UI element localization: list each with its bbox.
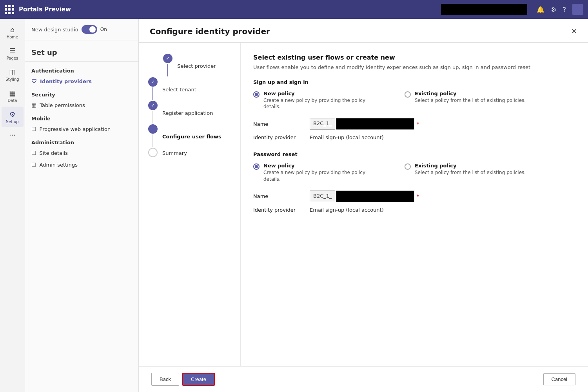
avatar[interactable] xyxy=(572,4,583,15)
step-label-select-provider: Select provider xyxy=(177,62,216,69)
sidebar-item-pwa[interactable]: ☐ Progressive web application xyxy=(25,123,138,135)
sign-up-existing-policy-desc: Select a policy from the list of existin… xyxy=(415,97,526,104)
setup-divider xyxy=(25,61,138,62)
design-studio-toggle[interactable] xyxy=(82,25,97,34)
sign-up-ip-label: Identity provider xyxy=(253,134,300,140)
password-reset-name-required: * xyxy=(417,193,419,200)
styling-icon: ◫ xyxy=(9,68,16,76)
password-reset-existing-policy-radio[interactable] xyxy=(405,163,411,170)
create-button[interactable]: Create xyxy=(182,373,215,386)
password-reset-existing-policy-desc: Select a policy from the list of existin… xyxy=(415,169,526,176)
search-box[interactable] xyxy=(441,4,527,15)
mobile-section: Mobile xyxy=(25,111,138,123)
dialog-close-button[interactable]: ✕ xyxy=(571,27,577,36)
sign-up-radio-group: New policy Create a new policy by provid… xyxy=(253,91,575,111)
sidebar-item-table-permissions[interactable]: ▦ Table permissions xyxy=(25,99,138,111)
sign-up-name-required: * xyxy=(417,121,419,127)
sign-up-existing-policy-option[interactable]: Existing policy Select a policy from the… xyxy=(405,91,526,111)
wizard-steps: ✓ Select provider ✓ Select tenant xyxy=(139,43,241,366)
design-studio-label: New design studio xyxy=(31,27,78,33)
rail-item-styling[interactable]: ◫ Styling xyxy=(2,64,24,85)
pages-icon: ☰ xyxy=(9,47,15,55)
rail-item-data[interactable]: ▦ Data xyxy=(2,85,24,106)
sidebar: New design studio On Set up Authenticati… xyxy=(25,19,139,392)
step-label-summary: Summary xyxy=(162,149,187,156)
step-label-configure-flows: Configure user flows xyxy=(162,132,221,140)
icon-rail: ⌂ Home ☰ Pages ◫ Styling ▦ Data ⚙ Set up… xyxy=(0,19,25,392)
rail-label-setup: Set up xyxy=(6,120,18,124)
table-permissions-label: Table permissions xyxy=(40,102,85,108)
sign-up-name-prefix: B2C_1_ xyxy=(310,118,335,130)
site-details-label: Site details xyxy=(40,150,68,156)
sign-up-new-policy-desc: Create a new policy by providing the pol… xyxy=(263,97,381,111)
step-line-3 xyxy=(152,111,153,123)
admin-settings-icon: ☐ xyxy=(31,162,36,168)
site-details-icon: ☐ xyxy=(31,150,36,156)
content-title: Select existing user flows or create new xyxy=(253,54,575,61)
app-title: Portals Preview xyxy=(19,6,71,13)
help-icon[interactable]: ? xyxy=(563,6,566,13)
sidebar-item-identity-providers[interactable]: 🛡 Identity providers xyxy=(25,75,138,87)
waffle-menu[interactable] xyxy=(5,5,14,14)
dialog-content: Select existing user flows or create new… xyxy=(241,43,588,366)
shield-icon: 🛡 xyxy=(31,78,37,84)
step-circle-register-app: ✓ xyxy=(148,101,158,110)
setup-section-title: Set up xyxy=(25,42,138,60)
dialog-title: Configure identity provider xyxy=(150,27,270,36)
password-reset-name-row: Name B2C_1_ * xyxy=(253,191,575,202)
footer-left-buttons: Back Create xyxy=(151,373,215,386)
dialog-header: Configure identity provider ✕ xyxy=(139,19,588,43)
dialog-footer: Back Create Cancel xyxy=(139,366,588,392)
setup-icon: ⚙ xyxy=(9,110,15,118)
step-select-provider: ✓ Select provider xyxy=(148,54,231,77)
authentication-section: Authentication xyxy=(25,63,138,75)
rail-item-home[interactable]: ⌂ Home xyxy=(2,22,24,42)
topbar-icons: 🔔 ⚙ ? xyxy=(537,4,583,15)
sidebar-divider xyxy=(25,40,138,40)
pwa-label: Progressive web application xyxy=(40,126,111,132)
back-button[interactable]: Back xyxy=(151,373,179,386)
password-reset-new-policy-radio[interactable] xyxy=(253,163,260,170)
step-line-2 xyxy=(152,87,153,100)
sign-up-new-policy-radio[interactable] xyxy=(253,91,260,98)
cancel-button[interactable]: Cancel xyxy=(543,373,575,385)
gear-icon[interactable]: ⚙ xyxy=(551,6,556,13)
sign-up-ip-value: Email sign-up (local account) xyxy=(310,134,384,140)
password-reset-new-policy-option[interactable]: New policy Create a new policy by provid… xyxy=(253,163,381,183)
password-reset-name-input-redacted[interactable] xyxy=(336,191,414,202)
password-reset-radio-group: New policy Create a new policy by provid… xyxy=(253,163,575,183)
rail-item-setup[interactable]: ⚙ Set up xyxy=(2,107,24,127)
step-line-4 xyxy=(152,134,153,147)
toggle-on-label: On xyxy=(100,27,107,32)
rail-more-button[interactable]: ··· xyxy=(9,131,16,139)
sign-up-name-input-redacted[interactable] xyxy=(336,118,414,130)
sign-up-existing-policy-radio[interactable] xyxy=(405,91,411,98)
admin-settings-label: Admin settings xyxy=(40,162,78,168)
step-circle-select-provider: ✓ xyxy=(163,54,172,63)
rail-label-styling: Styling xyxy=(5,77,19,82)
step-line-1 xyxy=(167,64,168,76)
password-reset-name-prefix: B2C_1_ xyxy=(310,191,335,202)
topbar: Portals Preview 🔔 ⚙ ? xyxy=(0,0,588,19)
password-reset-existing-policy-label: Existing policy xyxy=(415,163,526,169)
sidebar-top: New design studio On xyxy=(25,25,138,38)
password-reset-name-label: Name xyxy=(253,193,300,199)
rail-label-home: Home xyxy=(7,35,18,39)
sign-up-name-row: Name B2C_1_ * xyxy=(253,118,575,130)
rail-item-pages[interactable]: ☰ Pages xyxy=(2,43,24,64)
password-reset-existing-policy-option[interactable]: Existing policy Select a policy from the… xyxy=(405,163,526,183)
home-icon: ⌂ xyxy=(10,25,15,34)
sidebar-item-site-details[interactable]: ☐ Site details xyxy=(25,147,138,159)
security-section: Security xyxy=(25,87,138,99)
design-studio-row: New design studio On xyxy=(31,25,107,34)
bell-icon[interactable]: 🔔 xyxy=(537,6,544,13)
sign-up-new-policy-option[interactable]: New policy Create a new policy by provid… xyxy=(253,91,381,111)
rail-label-pages: Pages xyxy=(7,56,18,60)
sign-up-existing-policy-label: Existing policy xyxy=(415,91,526,96)
password-reset-ip-value: Email sign-up (local account) xyxy=(310,207,384,213)
sign-up-identity-provider-row: Identity provider Email sign-up (local a… xyxy=(253,134,575,140)
password-reset-ip-label: Identity provider xyxy=(253,207,300,213)
password-reset-heading: Password reset xyxy=(253,151,575,157)
sidebar-item-admin-settings[interactable]: ☐ Admin settings xyxy=(25,159,138,171)
sign-up-new-policy-label: New policy xyxy=(263,91,381,96)
